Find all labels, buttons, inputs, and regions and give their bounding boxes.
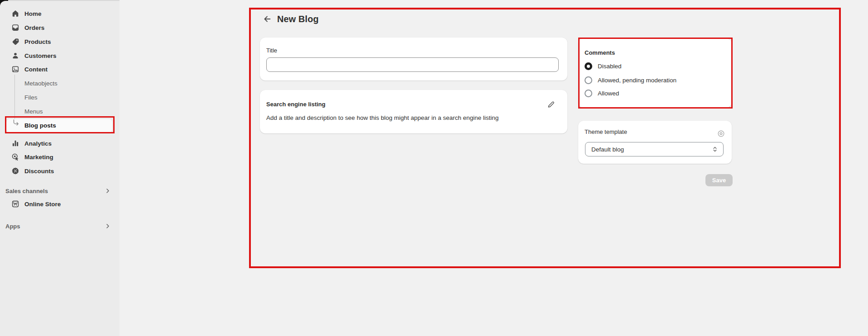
radio-option-label: Disabled: [598, 63, 622, 70]
back-arrow-icon[interactable]: [262, 14, 273, 24]
radio-option-disabled[interactable]: Disabled: [585, 62, 622, 70]
comments-card: Comments Disabled Allowed, pending moder…: [578, 38, 732, 108]
sidebar-item-label: Blog posts: [24, 122, 56, 129]
chevron-right-icon[interactable]: [104, 187, 111, 194]
select-updown-chevron-icon: [711, 146, 719, 153]
sidebar-item-online-store[interactable]: Online Store: [0, 198, 120, 210]
sidebar-section-apps[interactable]: Apps: [0, 220, 120, 232]
save-button[interactable]: Save: [705, 174, 733, 186]
content-media-icon: [11, 65, 19, 73]
seo-card-title: Search engine listing: [266, 101, 326, 108]
page-header: New Blog: [262, 14, 319, 24]
home-icon: [11, 9, 19, 18]
sidebar-item-products[interactable]: Products: [0, 35, 120, 48]
sidebar-item-analytics[interactable]: Analytics: [0, 137, 120, 150]
sidebar-item-menus[interactable]: Menus: [0, 105, 120, 118]
products-tag-icon: [11, 38, 19, 46]
customers-icon: [11, 52, 19, 60]
sidebar-item-label: Discounts: [24, 168, 54, 175]
title-input[interactable]: [266, 57, 559, 72]
sidebar-item-label: Home: [24, 10, 42, 17]
sidebar-item-metaobjects[interactable]: Metaobjects: [0, 77, 120, 90]
sidebar-section-sales-channels[interactable]: Sales channels: [0, 185, 120, 197]
page-title: New Blog: [277, 14, 319, 24]
sidebar-item-label: Menus: [24, 108, 43, 115]
return-arrow-icon: [11, 119, 20, 128]
sidebar-item-marketing[interactable]: Marketing: [0, 151, 120, 163]
radio-option-allowed[interactable]: Allowed: [585, 90, 619, 97]
sales-channels-header: Sales channels: [5, 188, 48, 194]
radio-unselected-icon[interactable]: [585, 90, 592, 97]
sidebar-item-label: Customers: [24, 52, 57, 59]
title-card: Title: [260, 38, 567, 80]
sidebar-item-blog-posts[interactable]: Blog posts: [6, 119, 112, 133]
sidebar-item-label: Orders: [24, 24, 44, 31]
radio-selected-icon[interactable]: [585, 62, 592, 70]
orders-icon: [11, 24, 19, 32]
theme-template-selected-value: Default blog: [591, 146, 711, 153]
radio-unselected-icon[interactable]: [585, 76, 592, 84]
sidebar-item-home[interactable]: Home: [0, 7, 120, 20]
chevron-right-icon[interactable]: [104, 222, 111, 230]
eye-preview-icon[interactable]: [716, 128, 726, 138]
edit-pencil-icon[interactable]: [546, 99, 556, 109]
analytics-icon: [11, 139, 19, 147]
sidebar-item-files[interactable]: Files: [0, 91, 120, 104]
sidebar-item-orders[interactable]: Orders: [0, 21, 120, 34]
marketing-icon: [11, 153, 19, 161]
sidebar-item-label: Analytics: [24, 140, 52, 147]
seo-card: Search engine listing Add a title and de…: [260, 90, 567, 133]
radio-option-label: Allowed, pending moderation: [598, 77, 676, 84]
shopify-admin-new-blog-page: Home Orders Products Customers Content: [0, 0, 868, 336]
sidebar-item-label: Marketing: [24, 154, 53, 161]
discounts-icon: [11, 167, 19, 175]
sidebar-item-customers[interactable]: Customers: [0, 49, 120, 62]
radio-option-allowed-pending[interactable]: Allowed, pending moderation: [585, 76, 676, 84]
sidebar-item-label: Metaobjects: [24, 80, 58, 87]
apps-header: Apps: [5, 223, 20, 230]
main-content: New Blog Title Search engine listing Add…: [120, 0, 868, 336]
sidebar-nav: Home Orders Products Customers Content: [0, 1, 120, 336]
seo-card-description: Add a title and description to see how t…: [266, 114, 556, 121]
sidebar-item-label: Online Store: [24, 201, 61, 208]
sidebar-item-label: Files: [24, 94, 38, 101]
sidebar-item-label: Content: [24, 66, 48, 73]
radio-option-label: Allowed: [598, 90, 619, 97]
sidebar-item-label: Products: [24, 38, 51, 45]
title-field-label: Title: [266, 47, 277, 54]
theme-template-card: Theme template Default blog: [578, 121, 732, 164]
online-store-icon: [11, 200, 19, 208]
theme-template-select[interactable]: Default blog: [585, 142, 724, 156]
theme-template-label: Theme template: [585, 128, 627, 135]
sidebar-item-content[interactable]: Content: [0, 63, 120, 76]
comments-card-title: Comments: [585, 49, 615, 56]
sidebar-item-discounts[interactable]: Discounts: [0, 165, 120, 177]
